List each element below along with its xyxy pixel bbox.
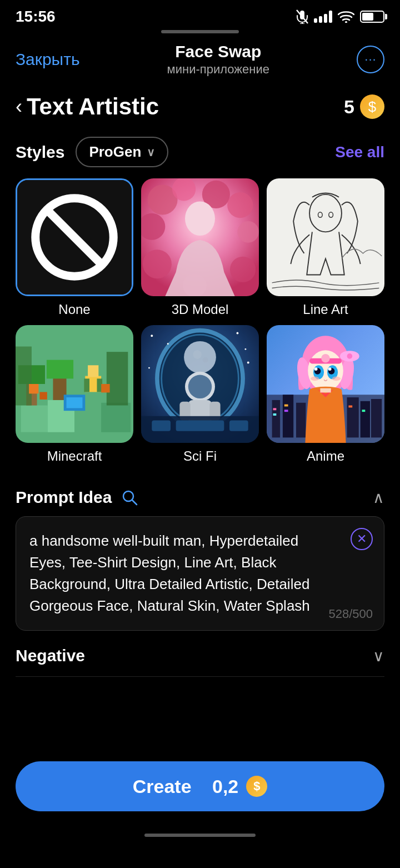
home-indicator	[144, 834, 256, 837]
svg-point-58	[167, 343, 169, 345]
coins-area: 5 $	[344, 94, 384, 119]
svg-rect-56	[229, 421, 248, 431]
collapse-icon[interactable]: ∧	[373, 488, 384, 507]
svg-rect-68	[347, 397, 359, 437]
header: Закрыть Face Swap мини-приложение ···	[0, 42, 400, 88]
svg-rect-54	[152, 421, 171, 431]
progen-dropdown[interactable]: ProGen ∨	[76, 137, 168, 167]
progen-label: ProGen	[89, 143, 141, 161]
create-coin-icon: $	[246, 776, 267, 797]
style-item-line-art[interactable]: Line Art	[267, 178, 384, 317]
create-button[interactable]: Create 0,2 $	[16, 761, 384, 811]
svg-rect-73	[284, 405, 288, 407]
status-bar: 15:56	[0, 0, 400, 30]
header-center: Face Swap мини-приложение	[167, 42, 269, 77]
styles-label: Styles	[16, 143, 64, 162]
svg-rect-71	[273, 408, 277, 410]
svg-rect-40	[39, 392, 47, 399]
prompt-text[interactable]: a handsome well-built man, Hyperdetailed…	[29, 530, 371, 617]
prompt-box[interactable]: a handsome well-built man, Hyperdetailed…	[16, 516, 384, 631]
svg-point-17	[185, 201, 215, 236]
none-style-svg	[17, 180, 132, 295]
negative-title: Negative	[16, 646, 85, 665]
drag-handle	[161, 30, 239, 33]
svg-point-62	[247, 362, 249, 364]
svg-rect-72	[273, 413, 277, 416]
style-item-3d-model[interactable]: 3D Model	[141, 178, 259, 317]
svg-point-61	[148, 367, 150, 369]
negative-header[interactable]: Negative ∨	[16, 646, 384, 667]
minecraft-style-svg	[16, 325, 133, 443]
create-label: Create	[133, 776, 192, 797]
svg-rect-75	[348, 406, 352, 408]
svg-point-88	[328, 367, 332, 371]
style-grid: None	[16, 178, 384, 464]
expand-icon[interactable]: ∨	[373, 647, 384, 665]
coins-count: 5	[344, 96, 354, 118]
svg-rect-91	[320, 388, 331, 393]
3d-model-style-svg	[141, 178, 259, 296]
style-item-anime[interactable]: Anime	[267, 325, 384, 464]
sci-fi-style-svg	[141, 325, 259, 443]
style-label-sci-fi: Sci Fi	[183, 448, 217, 464]
more-button[interactable]: ···	[357, 46, 384, 73]
svg-point-11	[227, 192, 253, 218]
svg-rect-41	[101, 384, 109, 392]
style-item-none[interactable]: None	[16, 178, 133, 317]
style-thumb-minecraft	[16, 325, 133, 443]
see-all-button[interactable]: See all	[335, 143, 384, 161]
svg-point-14	[143, 250, 172, 278]
svg-rect-23	[21, 406, 48, 432]
back-chevron-icon: ‹	[16, 95, 22, 118]
svg-point-46	[193, 350, 201, 358]
svg-rect-67	[296, 403, 306, 438]
svg-point-89	[311, 377, 319, 381]
prompt-counter: 528/500	[328, 607, 373, 621]
svg-point-82	[321, 354, 329, 362]
close-button[interactable]: Закрыть	[16, 50, 80, 69]
svg-rect-37	[16, 347, 32, 406]
anime-style-svg	[267, 325, 384, 443]
styles-header: Styles ProGen ∨ See all	[16, 137, 384, 167]
progen-chevron-icon: ∨	[147, 146, 155, 159]
spacer	[0, 677, 400, 744]
style-thumb-anime	[267, 325, 384, 443]
coin-icon: $	[360, 94, 384, 119]
style-label-none: None	[58, 302, 90, 317]
back-button[interactable]: ‹ Text Artistic	[16, 93, 159, 120]
svg-rect-70	[371, 399, 382, 437]
svg-point-90	[332, 377, 341, 381]
clear-icon: ✕	[357, 532, 367, 546]
svg-line-95	[132, 500, 137, 505]
svg-rect-32	[67, 397, 83, 408]
svg-point-15	[230, 257, 256, 282]
svg-point-59	[237, 332, 239, 335]
line-art-style-svg	[267, 178, 384, 296]
page-title-bar: ‹ Text Artistic 5 $	[0, 88, 400, 131]
styles-section: Styles ProGen ∨ See all None	[0, 131, 400, 472]
mute-icon	[296, 9, 308, 24]
style-item-sci-fi[interactable]: Sci Fi	[141, 325, 259, 464]
style-thumb-3d-model	[141, 178, 259, 296]
signal-bars-icon	[314, 11, 332, 23]
prompt-clear-button[interactable]: ✕	[351, 528, 373, 550]
style-label-anime: Anime	[307, 448, 344, 464]
svg-rect-76	[362, 410, 366, 412]
status-icons	[296, 9, 384, 24]
style-thumb-sci-fi	[141, 325, 259, 443]
svg-point-3	[345, 21, 347, 23]
svg-rect-69	[361, 401, 370, 438]
style-label-minecraft: Minecraft	[47, 448, 102, 464]
svg-rect-74	[284, 410, 288, 412]
header-app-subtitle: мини-приложение	[167, 62, 269, 77]
style-thumb-none	[16, 178, 133, 296]
prompt-section: Prompt Idea ∧ a handsome well-built man,…	[0, 472, 400, 631]
search-icon	[119, 487, 139, 507]
style-item-minecraft[interactable]: Minecraft	[16, 325, 133, 464]
prompt-header: Prompt Idea ∧	[16, 487, 384, 507]
wifi-icon	[338, 11, 354, 23]
svg-rect-35	[84, 378, 89, 392]
svg-rect-38	[107, 352, 128, 405]
svg-point-47	[203, 357, 208, 363]
create-button-area: Create 0,2 $	[0, 744, 400, 834]
